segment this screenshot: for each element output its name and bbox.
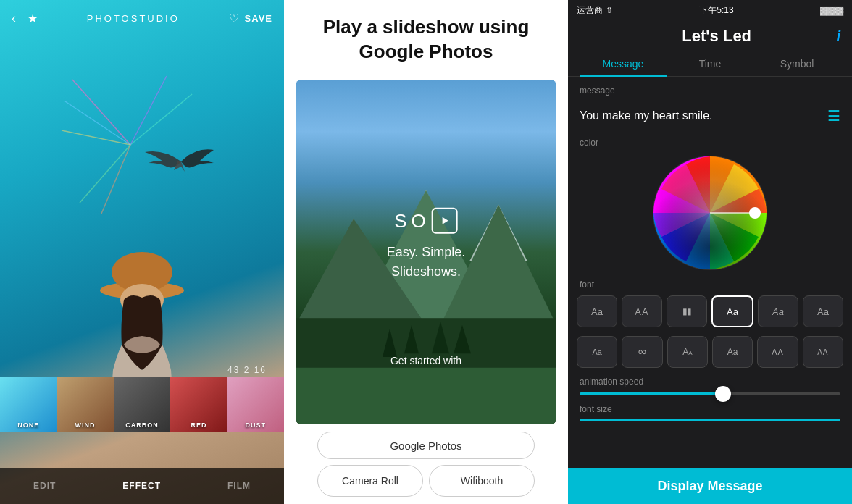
solo-brand: SO (394, 208, 458, 234)
slider-fill (580, 392, 723, 395)
filter-red[interactable]: RED (170, 377, 227, 432)
filter-wind-label: WIND (57, 421, 113, 429)
tagline: Easy. Simple.Slideshows. (387, 243, 466, 282)
message-text[interactable]: You make my heart smile. (580, 109, 827, 122)
filter-wind[interactable]: WIND (57, 377, 113, 432)
font-item-2[interactable]: AA (622, 295, 662, 327)
font-item-8[interactable]: ∞ (622, 336, 662, 368)
speed-slider[interactable] (568, 390, 852, 401)
back-icon[interactable]: ‹ (12, 11, 16, 26)
carrier-text: 运营商 (577, 4, 603, 17)
font-row-2: Aa ∞ Aa Aa AA AA (568, 333, 852, 371)
settings-icon[interactable]: ★ (28, 12, 38, 25)
save-button[interactable]: SAVE (245, 13, 272, 24)
bird-silhouette (141, 141, 221, 181)
status-left: 运营商 ⇧ (577, 4, 613, 17)
nav-edit[interactable]: EDIT (33, 481, 56, 491)
photostudio-header: ‹ ★ PHOTOSTUDIO ♡ SAVE (0, 0, 284, 36)
font-item-6[interactable]: Aa (803, 295, 843, 327)
timestamp: 43 2 16 (227, 365, 267, 375)
size-slider-track (580, 419, 840, 421)
filter-none[interactable]: NONE (0, 377, 57, 432)
nav-effect[interactable]: EFFECT (122, 481, 161, 491)
message-row: You make my heart smile. ☰ (568, 101, 852, 130)
font-item-7[interactable]: Aa (577, 336, 617, 368)
color-wheel-container (568, 149, 852, 277)
list-icon[interactable]: ☰ (827, 107, 840, 125)
bottom-navigation: EDIT EFFECT FILM (0, 468, 284, 504)
font-item-9[interactable]: Aa (667, 336, 708, 368)
font-item-5[interactable]: Aa (758, 295, 798, 327)
slider-thumb[interactable] (715, 386, 731, 402)
font-item-3[interactable]: ▮▮ (667, 295, 707, 327)
status-bar: 运营商 ⇧ 下午5:13 ▓▓▓▓ (568, 0, 852, 20)
display-message-button[interactable]: Display Message (568, 468, 852, 504)
secondary-buttons-row: Camera Roll Wifibooth (317, 465, 535, 497)
tab-message[interactable]: Message (580, 52, 667, 77)
font-row-1: Aa AA ▮▮ Aa Aa Aa (568, 293, 852, 330)
nav-film[interactable]: FILM (227, 481, 251, 491)
font-item-12[interactable]: AA (803, 336, 843, 368)
font-item-1[interactable]: Aa (577, 295, 617, 327)
get-started-text: Get started with (390, 355, 462, 366)
filter-carbon[interactable]: CARBON (114, 377, 170, 432)
solo-text: SO (394, 209, 430, 232)
play-icon (432, 208, 458, 234)
filter-dust-label: DUST (227, 421, 284, 429)
letsled-panel: 运营商 ⇧ 下午5:13 ▓▓▓▓ Let's Led i Message Ti… (568, 0, 852, 504)
info-button[interactable]: i (836, 28, 840, 45)
wifibooth-button[interactable]: Wifibooth (429, 465, 535, 497)
filter-red-label: RED (170, 421, 227, 429)
tab-bar: Message Time Symbol (568, 52, 852, 77)
size-slider[interactable] (568, 417, 852, 427)
photostudio-panel: ‹ ★ PHOTOSTUDIO ♡ SAVE 43 2 16 NONE WIND… (0, 0, 284, 504)
font-item-10[interactable]: Aa (712, 336, 753, 368)
filter-dust[interactable]: DUST (227, 377, 284, 432)
font-item-11[interactable]: AA (757, 336, 798, 368)
header-left: ‹ ★ (12, 11, 38, 26)
filter-carbon-label: CARBON (114, 421, 170, 429)
svg-point-27 (750, 208, 760, 218)
camera-roll-button[interactable]: Camera Roll (317, 465, 423, 497)
app-title: PHOTOSTUDIO (87, 13, 180, 24)
font-item-4[interactable]: Aa (711, 295, 753, 327)
color-label: color (568, 136, 852, 149)
solo-logo: SO Easy. Simple.Slideshows. (387, 208, 466, 282)
speed-label: animation speed (568, 374, 852, 390)
heart-icon[interactable]: ♡ (229, 12, 239, 25)
filter-strip: NONE WIND CARBON RED DUST (0, 377, 284, 432)
tab-symbol[interactable]: Symbol (753, 52, 840, 76)
google-photos-button[interactable]: Google Photos (317, 432, 535, 459)
slider-track (580, 392, 840, 395)
main-heading: Play a slideshow using Google Photos (323, 15, 530, 64)
letsled-title: Let's Led (597, 27, 836, 46)
size-slider-fill (580, 419, 632, 421)
color-wheel[interactable] (652, 155, 768, 271)
header-right: ♡ SAVE (229, 12, 272, 25)
letsled-header: Let's Led i (568, 20, 852, 52)
svg-marker-22 (443, 217, 448, 224)
action-buttons: Google Photos Camera Roll Wifibooth (284, 424, 568, 504)
wifi-icon: ⇧ (606, 5, 613, 15)
google-photos-panel: Play a slideshow using Google Photos (284, 0, 568, 504)
time-display: 下午5:13 (699, 4, 733, 17)
font-label: font (568, 277, 852, 293)
svg-rect-21 (296, 368, 556, 424)
battery-icon: ▓▓▓▓ (820, 6, 843, 14)
message-label: message (568, 83, 852, 98)
filter-none-label: NONE (0, 421, 57, 429)
slideshow-image-area: SO Easy. Simple.Slideshows. Get started … (296, 80, 556, 424)
size-label: font size (568, 401, 852, 417)
heading-area: Play a slideshow using Google Photos (284, 0, 568, 80)
status-right: ▓▓▓▓ (820, 6, 843, 14)
tab-time[interactable]: Time (667, 52, 753, 76)
